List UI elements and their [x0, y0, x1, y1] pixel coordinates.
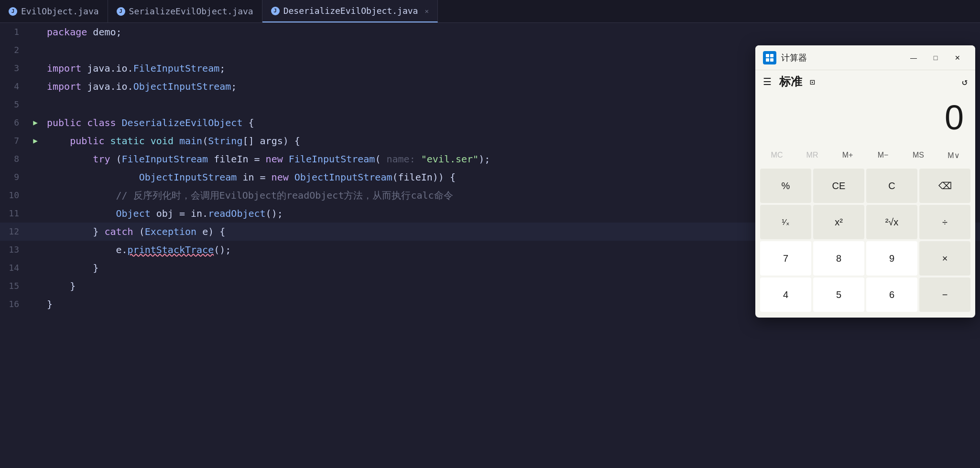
mminus-button[interactable]: M−: [866, 145, 900, 166]
tab-label-deserialize: DeserializeEvilObject.java: [283, 6, 418, 16]
line-number-11: 11: [0, 204, 29, 223]
line-arrow-7: ▶: [29, 132, 42, 150]
calc-title-left: 计算器: [763, 51, 807, 64]
six-button[interactable]: 6: [866, 277, 917, 312]
line-number-8: 8: [0, 150, 29, 168]
calc-app-icon: [763, 51, 776, 64]
line-number-13: 13: [0, 241, 29, 259]
line-number-10: 10: [0, 186, 29, 204]
mr-button[interactable]: MR: [795, 145, 829, 166]
eight-button[interactable]: 8: [813, 241, 864, 276]
tab-icon-serialize: J: [117, 7, 125, 16]
line-number-4: 4: [0, 77, 29, 96]
calc-body: ☰ 标准 ⊡ ↺ 0 MC MR M+ M− MS M∨ % CE C ⌫: [755, 70, 975, 318]
seven-button[interactable]: 7: [760, 241, 811, 276]
line-number-2: 2: [0, 41, 29, 59]
line-number-6: 6: [0, 114, 29, 132]
history-icon[interactable]: ↺: [962, 76, 968, 87]
line-number-14: 14: [0, 259, 29, 277]
line-number-9: 9: [0, 168, 29, 186]
four-button[interactable]: 4: [760, 277, 811, 312]
keep-on-top-icon[interactable]: ⊡: [810, 77, 815, 87]
line-arrow-6: ▶: [29, 114, 42, 132]
multiply-button[interactable]: ×: [919, 241, 970, 276]
calculator-window: 计算器 — □ ✕ ☰ 标准 ⊡ ↺ 0 MC MR M+ M− MS: [755, 45, 975, 318]
calc-header: ☰ 标准 ⊡ ↺: [755, 70, 975, 93]
tab-label-evil: EvilObject.java: [21, 6, 99, 16]
percent-button[interactable]: %: [760, 169, 811, 203]
line-number-16: 16: [0, 295, 29, 313]
line-number-12: 12: [0, 223, 29, 241]
calc-display: 0: [755, 93, 975, 145]
backspace-button[interactable]: ⌫: [919, 169, 970, 203]
divide-button[interactable]: ÷: [919, 205, 970, 239]
display-value: 0: [945, 98, 964, 137]
svg-rect-1: [770, 54, 773, 57]
calc-header-left: ☰ 标准 ⊡: [763, 74, 815, 89]
tab-label-serialize: SerializeEvilObject.java: [129, 6, 253, 16]
minus-button[interactable]: −: [919, 277, 970, 312]
mc-button[interactable]: MC: [760, 145, 794, 166]
mdown-button[interactable]: M∨: [937, 145, 970, 166]
square-button[interactable]: x²: [813, 205, 864, 239]
svg-rect-3: [770, 58, 773, 62]
memory-row: MC MR M+ M− MS M∨: [755, 145, 975, 166]
line-content-1: package demo;: [42, 23, 980, 41]
svg-rect-2: [766, 58, 769, 62]
code-line-1: 1 package demo;: [0, 23, 980, 41]
line-number-5: 5: [0, 96, 29, 114]
ce-button[interactable]: CE: [813, 169, 864, 203]
ms-button[interactable]: MS: [902, 145, 935, 166]
button-grid: % CE C ⌫ ¹∕ₓ x² ²√x ÷ 7 8 9 × 4 5 6 −: [755, 169, 975, 312]
tab-close-button[interactable]: ✕: [425, 7, 428, 15]
mplus-button[interactable]: M+: [831, 145, 864, 166]
nine-button[interactable]: 9: [866, 241, 917, 276]
tab-serialize[interactable]: J SerializeEvilObject.java: [108, 0, 262, 22]
c-button[interactable]: C: [866, 169, 917, 203]
hamburger-menu-icon[interactable]: ☰: [763, 76, 772, 87]
tab-icon-evil: J: [9, 7, 17, 16]
tab-evil-object[interactable]: J EvilObject.java: [0, 0, 108, 22]
reciprocal-button[interactable]: ¹∕ₓ: [760, 205, 811, 239]
line-number-1: 1: [0, 23, 29, 41]
line-number-7: 7: [0, 132, 29, 150]
calc-titlebar: 计算器 — □ ✕: [755, 45, 975, 70]
sqrt-button[interactable]: ²√x: [866, 205, 917, 239]
line-number-3: 3: [0, 59, 29, 77]
svg-rect-0: [766, 54, 769, 57]
close-button[interactable]: ✕: [947, 50, 968, 65]
tab-deserialize[interactable]: J DeserializeEvilObject.java ✕: [262, 0, 438, 22]
minimize-button[interactable]: —: [904, 50, 924, 65]
tab-icon-deserialize: J: [271, 7, 280, 15]
calc-title-text: 计算器: [781, 52, 807, 64]
calc-mode-title: 标准: [779, 74, 802, 89]
line-number-15: 15: [0, 277, 29, 295]
maximize-button[interactable]: □: [926, 50, 946, 65]
window-controls: — □ ✕: [904, 50, 968, 65]
tab-bar: J EvilObject.java J SerializeEvilObject.…: [0, 0, 980, 23]
five-button[interactable]: 5: [813, 277, 864, 312]
